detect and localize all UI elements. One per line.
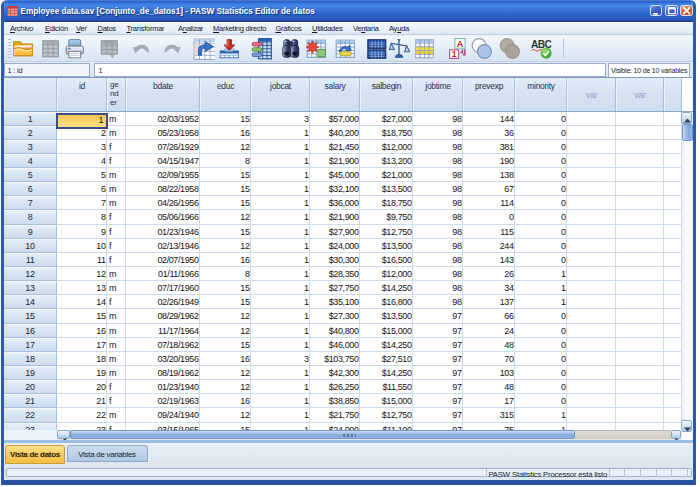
svg-text:A: A <box>456 39 463 49</box>
svg-text:1: 1 <box>451 49 456 59</box>
svg-text:ABC: ABC <box>531 39 553 50</box>
